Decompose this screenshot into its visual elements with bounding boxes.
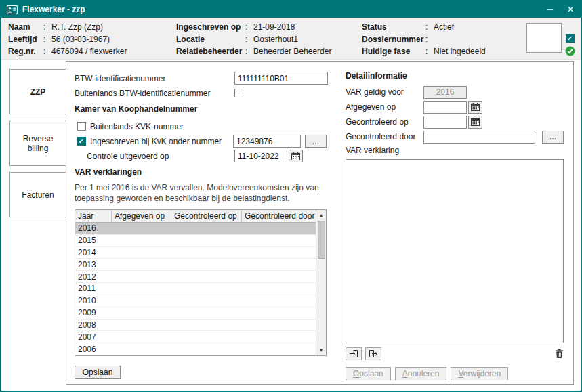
lookup-label: ...	[549, 132, 556, 141]
scroll-down-icon[interactable]: ▼	[316, 345, 327, 355]
detail-button-row: Opslaan Annuleren Verwijderen	[346, 367, 564, 380]
year-cell: 2013	[75, 260, 99, 269]
var-section-header: VAR verklaringen	[75, 167, 332, 178]
huidige-fase-label: Huidige fase	[362, 46, 425, 58]
header-status-stack	[565, 23, 575, 56]
delete-var-button[interactable]	[555, 349, 564, 359]
var-table-header: Jaar Afgegeven op Gecontroleerd op Gecon…	[75, 210, 316, 223]
column-header-gecontroleerd-door[interactable]: Gecontroleerd door	[242, 210, 316, 222]
zzp-form: BTW-identificatienummer Buitenlands BTW-…	[66, 62, 332, 384]
year-cell: 2015	[75, 236, 99, 245]
table-row[interactable]: 2009	[75, 307, 316, 320]
detail-opslaan-label: Opslaan	[353, 369, 383, 378]
flexwerker-window: Flexwerker - zzp ─ ✕ Naam:R.T. Zzp (Zzp)…	[0, 0, 582, 392]
document-out-icon	[369, 349, 378, 358]
status-ok-icon	[565, 46, 575, 56]
var-verklaring-label: VAR verklaring	[346, 146, 564, 158]
detail-opslaan-button[interactable]: Opslaan	[346, 367, 391, 380]
trash-icon	[555, 349, 564, 359]
buitenlands-btw-checkbox[interactable]	[234, 89, 243, 97]
document-in-icon	[349, 349, 358, 358]
afgegeven-calendar-button[interactable]	[468, 101, 482, 114]
header-column-2: Ingeschreven op:21-09-2018 Locatie:Ooste…	[176, 22, 362, 56]
column-header-jaar[interactable]: Jaar	[75, 210, 112, 222]
year-cell: 2011	[75, 284, 98, 293]
scroll-thumb[interactable]	[318, 221, 325, 259]
photo-placeholder[interactable]	[526, 23, 562, 53]
detail-annuleren-button[interactable]: Annuleren	[395, 367, 447, 380]
gecontroleerd-op-label: Gecontroleerd op	[346, 117, 423, 127]
header-right	[526, 22, 575, 56]
detail-header: Detailinformatie	[346, 71, 564, 85]
buitenlands-btw-label: Buitenlands BTW-identificatienummer	[75, 89, 234, 98]
ingeschreven-op-value: 21-09-2018	[253, 22, 295, 32]
detail-annuleren-label: Annuleren	[402, 369, 440, 378]
calendar-icon	[471, 118, 480, 126]
var-table-main: Jaar Afgegeven op Gecontroleerd op Gecon…	[75, 210, 316, 355]
table-scrollbar[interactable]: ▲ ▼	[316, 210, 326, 355]
afgegeven-op-input[interactable]	[423, 101, 467, 114]
close-button[interactable]: ✕	[567, 1, 574, 18]
kvk-section-header: Kamer van Koophandelnummer	[75, 104, 332, 115]
gecontroleerd-op-input[interactable]	[423, 116, 467, 129]
var-note: Per 1 mei 2016 is de VAR vervallen. Mode…	[75, 182, 331, 204]
btw-input[interactable]	[234, 72, 328, 85]
tab-zzp[interactable]: ZZP	[9, 69, 66, 114]
buitenlands-kvk-checkbox[interactable]	[77, 122, 86, 131]
table-row[interactable]: 2016	[75, 223, 316, 235]
header-info: Naam:R.T. Zzp (Zzp) Leeftijd:56 (03-03-1…	[1, 18, 581, 60]
btw-label: BTW-identificatienummer	[75, 74, 234, 83]
minimize-button[interactable]: ─	[547, 1, 553, 18]
table-row[interactable]: 2014	[75, 247, 316, 259]
scroll-up-icon[interactable]: ▲	[316, 210, 327, 220]
column-header-afgegeven-op[interactable]: Afgegeven op	[112, 210, 171, 222]
kvk-lookup-button[interactable]: ...	[305, 135, 327, 148]
gecontroleerd-door-input[interactable]	[423, 131, 535, 144]
controle-date-input[interactable]	[234, 150, 287, 162]
leeftijd-value: 56 (03-03-1967)	[51, 35, 110, 44]
locatie-label: Locatie	[176, 34, 245, 45]
opslaan-button[interactable]: Opslaan	[75, 366, 121, 379]
document-out-button[interactable]	[365, 347, 381, 360]
tab-facturen[interactable]: Facturen	[9, 172, 66, 217]
controle-calendar-button[interactable]	[289, 150, 303, 162]
year-cell: 2016	[75, 223, 99, 233]
year-cell: 2006	[75, 345, 99, 354]
var-geldig-label: VAR geldig voor	[346, 87, 423, 97]
naam-label: Naam	[8, 22, 43, 33]
tab-reverse-billing[interactable]: Reverse billing	[9, 121, 66, 166]
detail-panel: Detailinformatie VAR geldig voor Afgegev…	[332, 62, 573, 384]
table-row[interactable]: 2010	[75, 295, 316, 307]
table-row[interactable]: 2011	[75, 283, 316, 295]
gecontroleerd-op-calendar-button[interactable]	[468, 116, 482, 129]
year-cell: 2010	[75, 296, 99, 305]
header-column-1: Naam:R.T. Zzp (Zzp) Leeftijd:56 (03-03-1…	[8, 22, 176, 56]
table-row[interactable]: 2015	[75, 235, 316, 247]
titlebar: Flexwerker - zzp ─ ✕	[1, 1, 581, 18]
table-row[interactable]: 2012	[75, 271, 316, 283]
detail-verwijderen-button[interactable]: Verwijderen	[451, 367, 508, 380]
gecontroleerd-door-lookup-button[interactable]: ...	[542, 131, 564, 144]
table-row[interactable]: 2008	[75, 320, 316, 332]
table-row[interactable]: 2006	[75, 343, 316, 355]
var-verklaring-textarea[interactable]	[346, 159, 564, 343]
kvk-lookup-label: ...	[312, 137, 319, 146]
year-cell: 2008	[75, 320, 99, 330]
table-row[interactable]: 2007	[75, 331, 316, 343]
relatiebeheerder-value: Beheerder Beheerder	[253, 47, 331, 56]
detail-icon-row	[346, 346, 564, 361]
calendar-icon	[471, 103, 480, 111]
table-row[interactable]: 2013	[75, 259, 316, 271]
regnr-label: Reg.nr.	[8, 46, 43, 58]
ingeschreven-kvk-checkbox[interactable]	[77, 137, 86, 146]
zzp-panel: BTW-identificatienummer Buitenlands BTW-…	[66, 61, 574, 385]
year-cell: 2014	[75, 248, 99, 257]
tab-reverse-billing-label: Reverse billing	[13, 134, 63, 153]
leeftijd-label: Leeftijd	[8, 34, 43, 45]
kvk-number-input[interactable]	[233, 135, 301, 148]
header-checkbox[interactable]	[566, 34, 575, 43]
window-body: ZZP Reverse billing Facturen BTW-identif…	[1, 60, 581, 391]
document-in-button[interactable]	[346, 347, 362, 360]
column-header-gecontroleerd-op[interactable]: Gecontroleerd op	[171, 210, 242, 222]
tab-facturen-label: Facturen	[22, 190, 54, 200]
